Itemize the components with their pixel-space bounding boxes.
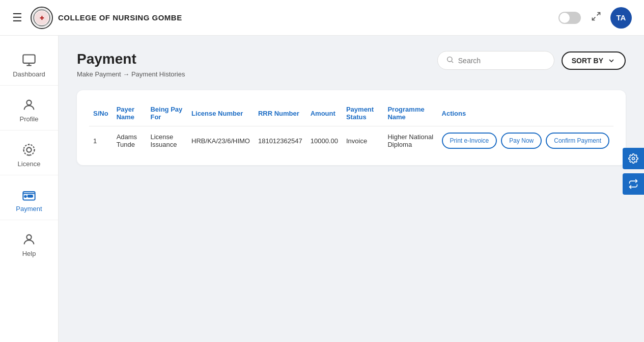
sidebar: Dashboard Profile Licence — [0, 36, 59, 342]
col-actions: Actions — [438, 100, 613, 126]
sort-by-button[interactable]: SORT BY — [562, 51, 626, 70]
col-payment-status: Payment Status — [342, 100, 383, 126]
breadcrumb: Make Payment → Payment Histories — [77, 70, 626, 78]
svg-point-18 — [632, 157, 635, 160]
brand-logo: ✚ COLLEGE OF NURSING GOMBE — [31, 7, 182, 29]
col-sno: S/No — [89, 100, 113, 126]
svg-line-5 — [593, 17, 596, 20]
sidebar-label-dashboard: Dashboard — [13, 70, 45, 78]
col-license-number: License Number — [187, 100, 254, 126]
print-invoice-button[interactable]: Print e-Invoice — [442, 133, 497, 149]
col-programme-name: Programme Name — [383, 100, 437, 126]
svg-rect-6 — [23, 55, 35, 63]
theme-toggle[interactable] — [558, 12, 581, 24]
svg-point-15 — [26, 235, 31, 240]
cell-amount: 10000.00 — [306, 126, 342, 155]
svg-point-9 — [26, 100, 31, 105]
svg-point-16 — [447, 57, 452, 62]
breadcrumb-arrow: → — [123, 70, 131, 78]
svg-rect-14 — [28, 195, 33, 197]
sidebar-label-help: Help — [22, 250, 36, 257]
col-being-pay-for: Being Pay For — [146, 100, 187, 126]
table-controls: SORT BY — [437, 51, 626, 70]
hamburger-menu[interactable]: ☰ — [12, 11, 22, 24]
search-box — [437, 51, 554, 70]
school-name: COLLEGE OF NURSING GOMBE — [58, 13, 182, 22]
cell-payer-name: Adams Tunde — [113, 126, 147, 155]
sidebar-label-profile: Profile — [20, 115, 39, 123]
navbar: ☰ ✚ COLLEGE OF NURSING GOMBE TA — [0, 0, 644, 36]
cell-actions: Print e-Invoice Pay Now Confirm Payment — [438, 126, 613, 155]
main-content: SORT BY Payment Make Payment → Payment H… — [59, 36, 644, 342]
app-layout: Dashboard Profile Licence — [0, 36, 644, 342]
svg-point-13 — [24, 196, 26, 198]
confirm-payment-button[interactable]: Confirm Payment — [546, 133, 609, 149]
payment-table-card: S/No Payer Name Being Pay For License Nu… — [77, 90, 626, 165]
cell-sno: 1 — [89, 126, 113, 155]
sidebar-item-payment[interactable]: Payment — [0, 180, 58, 220]
fullscreen-btn[interactable] — [591, 11, 601, 24]
payment-table: S/No Payer Name Being Pay For License Nu… — [89, 100, 613, 155]
search-icon — [446, 56, 454, 65]
breadcrumb-step2: Payment Histories — [131, 70, 185, 78]
floating-settings-button[interactable] — [623, 148, 644, 169]
licence-icon — [22, 143, 36, 157]
sidebar-label-licence: Licence — [18, 160, 41, 168]
search-input[interactable] — [458, 57, 546, 65]
cell-rrr-number: 181012362547 — [254, 126, 306, 155]
floating-buttons — [623, 148, 644, 195]
svg-text:✚: ✚ — [40, 15, 44, 21]
sidebar-item-profile[interactable]: Profile — [0, 91, 58, 130]
svg-point-10 — [26, 147, 31, 152]
help-icon — [22, 232, 36, 247]
cell-programme-name: Higher National Diploma — [383, 126, 437, 155]
col-rrr-number: RRR Number — [254, 100, 306, 126]
sidebar-item-help[interactable]: Help — [0, 225, 58, 265]
pay-now-button[interactable]: Pay Now — [501, 133, 542, 149]
col-payer-name: Payer Name — [113, 100, 147, 126]
payment-icon — [22, 188, 36, 202]
sidebar-item-dashboard[interactable]: Dashboard — [0, 46, 58, 86]
action-buttons: Print e-Invoice Pay Now Confirm Payment — [442, 133, 609, 149]
user-icon — [22, 98, 36, 112]
sidebar-item-licence[interactable]: Licence — [0, 136, 58, 175]
svg-point-11 — [24, 145, 35, 155]
cell-license-number: HRB/KA/23/6/HIMO — [187, 126, 254, 155]
col-amount: Amount — [306, 100, 342, 126]
sidebar-label-payment: Payment — [16, 205, 42, 213]
svg-line-17 — [452, 61, 453, 63]
svg-line-4 — [597, 13, 600, 16]
logo-circle: ✚ — [31, 7, 53, 29]
floating-switch-button[interactable] — [623, 173, 644, 195]
cell-payment-status: Invoice — [342, 126, 383, 155]
cell-being-pay-for: License Issuance — [146, 126, 187, 155]
monitor-icon — [22, 53, 36, 67]
table-row: 1 Adams Tunde License Issuance HRB/KA/23… — [89, 126, 613, 155]
user-avatar[interactable]: TA — [610, 7, 632, 29]
breadcrumb-step1[interactable]: Make Payment — [77, 70, 121, 78]
